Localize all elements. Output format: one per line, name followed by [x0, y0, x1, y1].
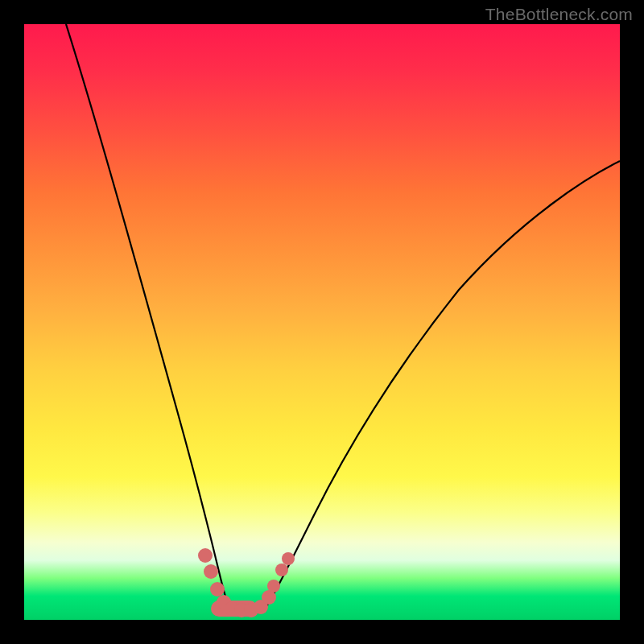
curves-layer: [24, 24, 620, 620]
svg-point-10: [267, 580, 280, 592]
chart-container: TheBottleneck.com: [0, 0, 644, 644]
svg-point-0: [198, 548, 213, 563]
right-curve: [264, 161, 620, 610]
svg-point-1: [204, 564, 218, 579]
left-curve: [66, 24, 230, 610]
svg-point-3: [210, 582, 225, 597]
watermark-text: TheBottleneck.com: [485, 5, 633, 24]
svg-point-12: [282, 552, 295, 565]
svg-point-11: [275, 564, 288, 576]
plot-area: [24, 24, 620, 620]
